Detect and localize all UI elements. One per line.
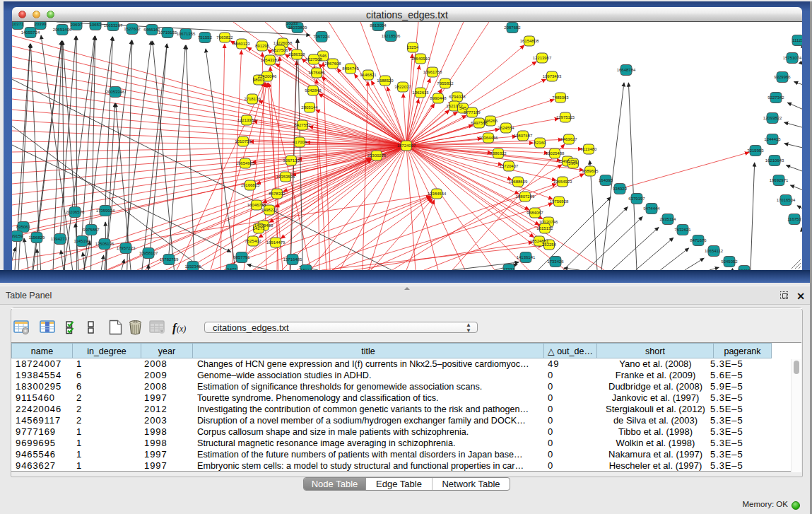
svg-text:7485063: 7485063 [552,95,569,100]
svg-text:16782759: 16782759 [160,257,179,262]
svg-text:7357224: 7357224 [313,35,330,39]
svg-text:9857791: 9857791 [233,255,250,259]
svg-text:16914479: 16914479 [266,240,286,245]
svg-text:13942737: 13942737 [51,237,70,241]
svg-text:16033809: 16033809 [288,25,307,30]
svg-text:1010755: 1010755 [235,139,252,144]
svg-text:3822037: 3822037 [394,85,411,89]
svg-text:2935114: 2935114 [660,217,677,221]
svg-text:3267130: 3267130 [283,158,300,163]
svg-text:12505135: 12505135 [95,242,114,246]
svg-text:7663822: 7663822 [216,35,233,40]
svg-text:8990448: 8990448 [430,96,447,100]
svg-text:9777169: 9777169 [464,110,481,115]
svg-text:20053346: 20053346 [106,90,125,94]
svg-text:19654923: 19654923 [553,180,572,184]
svg-text:20364456: 20364456 [479,136,498,140]
svg-text:92450: 92450 [739,269,751,270]
svg-text:252254: 252254 [542,243,557,247]
svg-text:9684067: 9684067 [526,211,543,215]
svg-text:746266: 746266 [483,119,498,123]
svg-text:12975115: 12975115 [556,115,575,119]
svg-text:12353594: 12353594 [276,175,295,179]
svg-text:1192346: 1192346 [185,264,202,269]
svg-text:39159: 39159 [12,234,23,238]
svg-text:19384554: 19384554 [428,192,447,196]
svg-text:1527602: 1527602 [124,27,141,31]
svg-text:17331: 17331 [503,267,515,270]
svg-text:8427552: 8427552 [294,123,311,127]
svg-text:13254: 13254 [407,45,419,49]
svg-text:16210643: 16210643 [765,158,784,163]
svg-text:19756928: 19756928 [550,199,569,204]
svg-text:9527506: 9527506 [271,48,288,52]
svg-text:25300275: 25300275 [367,153,387,158]
svg-text:8471676: 8471676 [690,238,707,243]
svg-text:9689695: 9689695 [582,169,599,173]
svg-text:17359924: 17359924 [96,209,115,213]
svg-text:164095: 164095 [599,178,613,182]
svg-text:10961758: 10961758 [423,70,442,74]
svg-text:751552: 751552 [198,35,213,40]
svg-text:19218506: 19218506 [382,34,401,38]
svg-text:3675685: 3675685 [308,71,325,75]
svg-text:16648784: 16648784 [617,68,636,72]
svg-text:116753: 116753 [787,217,801,221]
svg-text:20206576: 20206576 [66,210,85,214]
svg-text:3624554: 3624554 [498,126,514,130]
svg-text:19692971: 19692971 [770,178,789,182]
svg-text:98903: 98903 [253,78,265,82]
svg-text:11123: 11123 [792,38,802,42]
svg-text:1362615: 1362615 [412,90,429,95]
svg-text:17016504: 17016504 [777,198,796,202]
svg-text:18724007: 18724007 [397,144,416,148]
svg-text:18113: 18113 [300,268,312,270]
svg-text:1615132: 1615132 [536,226,553,230]
svg-text:12213967: 12213967 [533,56,552,60]
svg-text:6794028: 6794028 [449,95,466,99]
svg-text:(x): (x) [177,324,186,334]
svg-text:10653267: 10653267 [104,23,123,28]
svg-text:10973493: 10973493 [543,74,562,78]
svg-text:20399: 20399 [35,22,47,26]
svg-text:9227342: 9227342 [767,95,784,100]
svg-text:9329966: 9329966 [774,75,791,79]
svg-text:10807487: 10807487 [514,134,533,138]
svg-text:1156829: 1156829 [29,235,46,240]
svg-text:10025488: 10025488 [546,151,565,156]
svg-text:8186328: 8186328 [288,52,305,57]
svg-text:7632621: 7632621 [674,228,691,232]
svg-text:10654112: 10654112 [705,249,724,253]
svg-text:9474444: 9474444 [643,206,660,211]
svg-text:8813054: 8813054 [370,23,387,28]
svg-text:20691406: 20691406 [53,28,72,32]
svg-text:7625402: 7625402 [245,239,261,243]
svg-text:9146821: 9146821 [360,73,377,77]
svg-text:12093822: 12093822 [763,116,782,120]
svg-text:2718176: 2718176 [244,97,261,101]
svg-text:2803144: 2803144 [301,105,318,110]
svg-text:9472: 9472 [227,267,237,270]
svg-text:891295: 891295 [255,44,270,48]
svg-text:9527508: 9527508 [305,57,322,62]
svg-text:1244415: 1244415 [764,137,781,141]
svg-text:10671355: 10671355 [177,32,196,36]
svg-text:835061: 835061 [16,225,31,229]
svg-text:10653: 10653 [90,23,102,27]
svg-text:8454749: 8454749 [342,66,359,71]
svg-text:13226058: 13226058 [273,41,293,45]
svg-text:14055724: 14055724 [21,30,40,35]
svg-text:15751074: 15751074 [783,56,802,60]
svg-text:8678332: 8678332 [269,192,286,196]
svg-text:62160: 62160 [534,141,546,145]
svg-text:10958107: 10958107 [139,251,158,255]
svg-text:9463627: 9463627 [560,137,577,141]
svg-text:18807249: 18807249 [516,194,535,199]
svg-text:10120746: 10120746 [539,220,558,224]
svg-text:2867608: 2867608 [324,62,341,66]
svg-text:15716485: 15716485 [283,257,302,262]
svg-text:10688609: 10688609 [509,180,528,184]
svg-text:3215953: 3215953 [747,148,764,153]
svg-text:1588520: 1588520 [377,78,394,83]
svg-text:8660123: 8660123 [233,42,250,46]
